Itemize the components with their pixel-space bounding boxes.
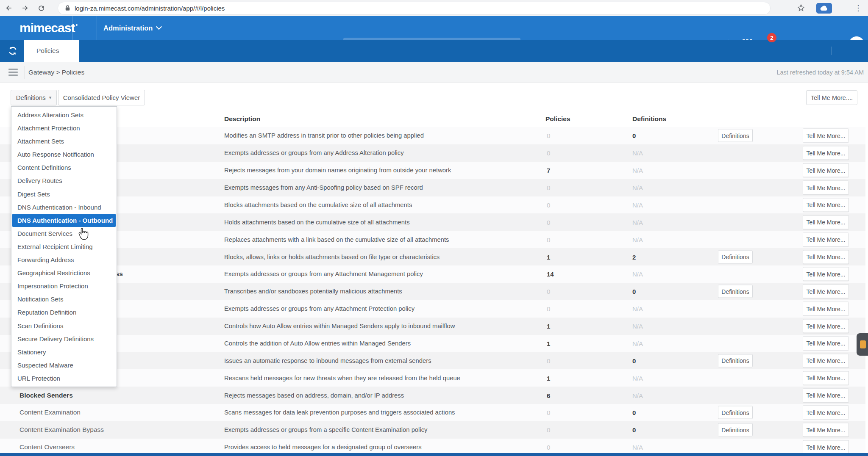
table-row: Controls how Auto Allow entries within M… — [0, 318, 868, 335]
definitions-button[interactable]: Definitions — [718, 250, 753, 263]
definitions-button[interactable]: Definitions — [718, 285, 753, 298]
tell-me-more-button[interactable]: Tell Me More... — [803, 440, 849, 454]
side-feedback-widget[interactable] — [857, 333, 868, 356]
policies-count-cell: 0 — [547, 236, 550, 243]
definitions-count-cell: N/A — [632, 374, 643, 381]
url-text[interactable]: login-za.mimecast.com/administration/app… — [75, 0, 225, 16]
policy-name-cell[interactable]: Content Examination — [19, 409, 81, 416]
table-row: Replaces attachments with a link based o… — [0, 231, 868, 248]
policies-count-cell: 0 — [547, 132, 550, 139]
definitions-button[interactable]: Definitions — [718, 406, 753, 419]
table-row: Exempts addresses or groups from any Add… — [0, 144, 868, 162]
administration-menu-label: Administration — [103, 24, 153, 32]
definitions-count-cell: N/A — [632, 323, 643, 330]
dropdown-item[interactable]: Stationery — [11, 345, 117, 359]
definitions-button[interactable]: Definitions — [718, 129, 753, 142]
dropdown-item[interactable]: Reputation Definition — [11, 306, 117, 319]
tell-me-more-button[interactable]: Tell Me More... — [803, 267, 849, 281]
policies-count-cell: 14 — [547, 271, 554, 278]
policies-count-cell: 1 — [547, 340, 550, 347]
dropdown-item[interactable]: Attachment Protection — [11, 122, 117, 135]
browser-reload-icon[interactable] — [34, 0, 48, 16]
dropdown-item[interactable]: Suspected Malware — [11, 359, 117, 372]
policy-name-cell[interactable]: Blocked Senders — [19, 392, 73, 399]
tell-me-more-button[interactable]: Tell Me More... — [803, 250, 849, 264]
column-header-description[interactable]: Description — [224, 111, 260, 127]
dropdown-item[interactable]: Address Alteration Sets — [11, 108, 117, 122]
table-row: Rescans held messages for new threats wh… — [0, 369, 868, 387]
dropdown-item[interactable]: Forwarding Address — [11, 253, 117, 266]
tell-me-more-button[interactable]: Tell Me More... — [803, 371, 849, 385]
policy-description-cell: Controls the addition of Auto Allow entr… — [224, 340, 411, 347]
notification-badge[interactable]: 2 — [767, 33, 776, 42]
policy-description-cell: Holds attachments based on the cumulativ… — [224, 219, 410, 226]
browser-extension-icon[interactable] — [816, 3, 832, 14]
column-header-policies[interactable]: Policies — [545, 111, 570, 127]
tell-me-more-button[interactable]: Tell Me More... — [803, 163, 849, 177]
browser-back-icon[interactable] — [2, 0, 16, 16]
tell-me-more-button[interactable]: Tell Me More... — [803, 232, 849, 246]
table-row: Blocked SendersRejects messages based on… — [0, 387, 868, 404]
table-row: Blocks, allows, links or holds attachmen… — [0, 248, 868, 265]
tell-me-more-button[interactable]: Tell Me More... — [803, 285, 849, 298]
administration-menu[interactable]: Administration — [103, 16, 161, 40]
definitions-count-cell: N/A — [632, 218, 643, 226]
policy-name-cell[interactable]: Content Overseers — [19, 443, 75, 451]
definitions-dropdown-button[interactable]: Definitions ▾ — [11, 90, 57, 105]
dropdown-item[interactable]: Scan Definitions — [11, 319, 117, 332]
dropdown-item[interactable]: DNS Authentication - Inbound — [11, 201, 117, 214]
dropdown-item[interactable]: Geographical Restrictions — [11, 266, 117, 279]
dropdown-item[interactable]: URL Protection — [11, 372, 117, 385]
tell-me-more-button[interactable]: Tell Me More... — [803, 181, 849, 195]
refresh-tabs-icon[interactable] — [5, 40, 20, 62]
column-header-definitions[interactable]: Definitions — [632, 111, 666, 127]
browser-forward-icon[interactable] — [18, 0, 32, 16]
tab-bar-divider — [832, 47, 832, 55]
tell-me-more-button[interactable]: Tell Me More... — [803, 302, 849, 316]
dropdown-item[interactable]: DNS Authentication - Outbound — [12, 214, 116, 227]
tell-me-more-top-button[interactable]: Tell Me More.... — [806, 90, 857, 105]
dropdown-item[interactable]: External Recipient Limiting — [11, 240, 117, 253]
consolidated-policy-viewer-button[interactable]: Consolidated Policy Viewer — [58, 90, 145, 105]
dropdown-item[interactable]: Auto Response Notification — [11, 148, 117, 161]
tell-me-more-button[interactable]: Tell Me More... — [803, 336, 849, 350]
policy-description-cell: Blocks, allows, links or holds attachmen… — [224, 254, 440, 260]
tab-policies[interactable]: Policies — [24, 40, 79, 62]
dropdown-item[interactable]: Delivery Routes — [11, 174, 117, 187]
tell-me-more-button[interactable]: Tell Me More... — [803, 354, 849, 368]
policy-description-cell: Modifies an SMTP address in transit prio… — [224, 132, 424, 139]
table-row: Attachment Management BypassExempts addr… — [0, 265, 868, 283]
definitions-button[interactable]: Definitions — [718, 354, 753, 367]
tell-me-more-button[interactable]: Tell Me More... — [803, 406, 849, 420]
table-row: Blocks attachments based on the cumulati… — [0, 196, 868, 214]
dropdown-item[interactable]: Digest Sets — [11, 188, 117, 201]
bookmark-star-icon[interactable] — [794, 0, 808, 16]
tell-me-more-button[interactable]: Tell Me More... — [803, 423, 849, 437]
definitions-count-cell: 0 — [632, 132, 636, 139]
breadcrumb[interactable]: Gateway > Policies — [28, 62, 84, 83]
definitions-count-cell: N/A — [632, 167, 643, 174]
tell-me-more-button[interactable]: Tell Me More... — [803, 215, 849, 229]
definitions-count-cell: N/A — [632, 392, 643, 399]
policy-name-cell[interactable]: Content Examination Bypass — [19, 426, 104, 434]
menu-hamburger-icon[interactable] — [8, 69, 18, 76]
dropdown-item[interactable]: Attachment Sets — [11, 135, 117, 148]
scroll-gutter — [865, 127, 868, 456]
dropdown-item[interactable]: Secure Delivery Definitions — [11, 332, 117, 345]
dropdown-item[interactable]: Document Services — [11, 227, 117, 240]
policies-toolbar: Definitions ▾ Consolidated Policy Viewer… — [0, 83, 868, 111]
mimecast-logo[interactable]: mimecast — [19, 16, 78, 40]
dropdown-item[interactable]: Impersonation Protection — [11, 279, 117, 293]
dropdown-item[interactable]: Content Definitions — [11, 161, 117, 174]
tell-me-more-button[interactable]: Tell Me More... — [803, 146, 849, 160]
tell-me-more-button[interactable]: Tell Me More... — [803, 129, 849, 143]
definitions-button[interactable]: Definitions — [718, 423, 753, 437]
tell-me-more-button[interactable]: Tell Me More... — [803, 319, 849, 333]
tell-me-more-button[interactable]: Tell Me More... — [803, 388, 849, 402]
caret-down-icon: ▾ — [49, 95, 52, 100]
dropdown-item[interactable]: Notification Sets — [11, 293, 117, 306]
policy-description-cell: Replaces attachments with a link based o… — [224, 236, 449, 243]
browser-menu-icon[interactable]: ⋮ — [851, 0, 865, 16]
policy-description-cell: Blocks attachments based on the cumulati… — [224, 202, 412, 208]
tell-me-more-button[interactable]: Tell Me More... — [803, 198, 849, 212]
